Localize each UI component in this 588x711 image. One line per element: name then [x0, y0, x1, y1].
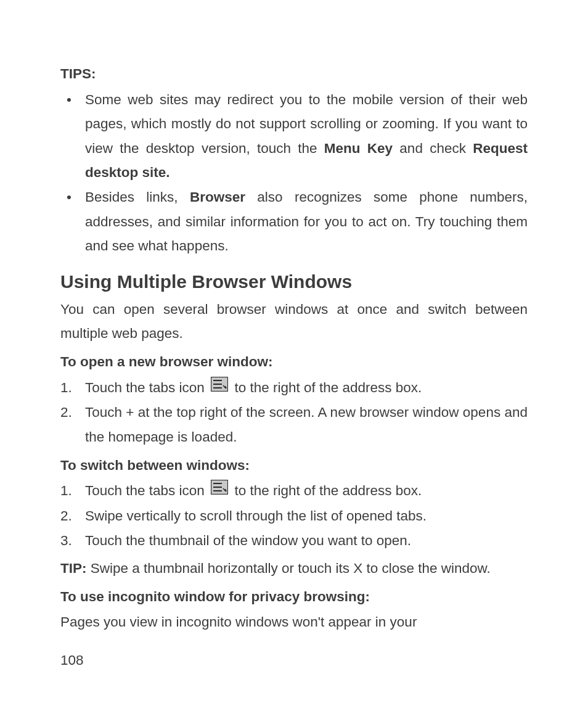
- tip-text: Swipe a thumbnail horizontally or touch …: [87, 561, 491, 576]
- step-number: 1.: [60, 376, 79, 400]
- open-window-steps: 1. Touch the tabs icon to the right of t…: [60, 376, 528, 450]
- tip-text-pre: Besides links,: [85, 189, 190, 205]
- step-text-pre: Touch the tabs icon: [85, 380, 208, 395]
- tip-text-mid: and check: [393, 141, 473, 156]
- step-item: 1. Touch the tabs icon to the right of t…: [60, 376, 528, 401]
- step-text: Swipe vertically to scroll through the l…: [85, 508, 427, 524]
- step-text-pre: Touch the tabs icon: [85, 483, 208, 498]
- step-item: 3. Touch the thumbnail of the window you…: [60, 528, 528, 553]
- step-item: 1. Touch the tabs icon to the right of t…: [60, 479, 528, 504]
- tabs-icon: [211, 478, 228, 503]
- step-number: 2.: [60, 504, 79, 528]
- tip-item: Some web sites may redirect you to the m…: [60, 88, 528, 185]
- intro-paragraph: You can open several browser windows at …: [60, 297, 528, 346]
- step-text: Touch the thumbnail of the window you wa…: [85, 533, 411, 548]
- incognito-text: Pages you view in incognito windows won'…: [60, 610, 528, 635]
- step-text-post: to the right of the address box.: [231, 483, 422, 498]
- tip-bold-browser: Browser: [190, 189, 245, 205]
- tip-label: TIP:: [60, 561, 87, 576]
- step-number: 2.: [60, 400, 79, 425]
- step-item: 2. Touch + at the top right of the scree…: [60, 400, 528, 449]
- tip-bold-menu-key: Menu Key: [324, 141, 393, 156]
- open-window-label: To open a new browser window:: [60, 350, 528, 374]
- step-text-post: to the right of the address box.: [231, 380, 422, 395]
- close-tip-paragraph: TIP: Swipe a thumbnail horizontally or t…: [60, 556, 528, 581]
- tips-label: TIPS:: [60, 62, 528, 86]
- step-number: 1.: [60, 479, 79, 503]
- step-text: Touch + at the top right of the screen. …: [85, 405, 528, 445]
- tips-list: Some web sites may redirect you to the m…: [60, 88, 528, 258]
- manual-page: TIPS: Some web sites may redirect you to…: [0, 0, 588, 711]
- incognito-label: To use incognito window for privacy brow…: [60, 585, 528, 609]
- switch-windows-steps: 1. Touch the tabs icon to the right of t…: [60, 479, 528, 553]
- section-heading: Using Multiple Browser Windows: [60, 269, 528, 294]
- page-number: 108: [60, 648, 84, 673]
- switch-windows-label: To switch between windows:: [60, 453, 528, 478]
- tabs-icon: [211, 375, 228, 400]
- step-number: 3.: [60, 528, 79, 553]
- step-item: 2. Swipe vertically to scroll through th…: [60, 504, 528, 528]
- tip-item: Besides links, Browser also recognizes s…: [60, 185, 528, 258]
